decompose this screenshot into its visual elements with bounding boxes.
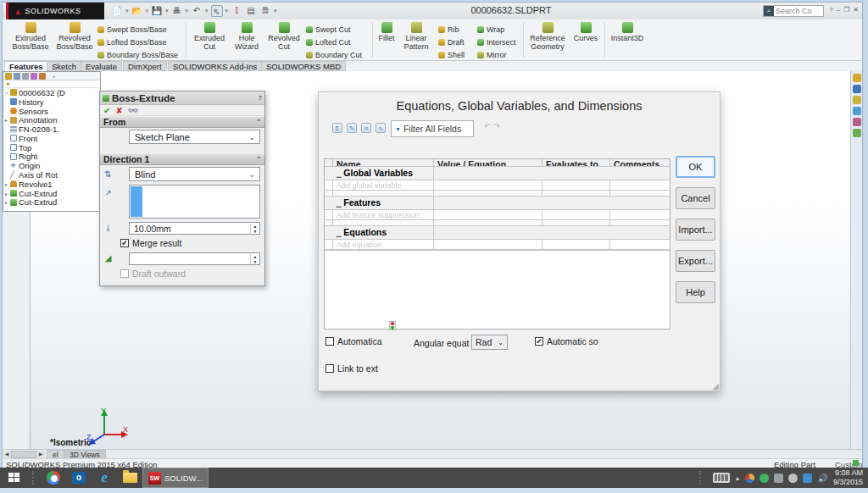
appearances-icon[interactable] bbox=[853, 118, 861, 126]
resize-grip[interactable]: ◢ bbox=[712, 381, 719, 391]
boundary-cut-button[interactable]: Boundary Cut bbox=[306, 48, 362, 61]
spinner-arrows-icon[interactable]: ▲▼ bbox=[250, 254, 259, 264]
save-icon[interactable]: 💾 bbox=[151, 5, 163, 17]
revolved-cut-button[interactable]: Revolved Cut bbox=[265, 22, 303, 51]
restore-icon[interactable]: ❐ bbox=[843, 6, 849, 14]
select-dropdown-icon[interactable]: ▾ bbox=[225, 8, 229, 14]
cancel-x-icon[interactable]: ✘ bbox=[115, 106, 122, 115]
fillet-button[interactable]: Fillet bbox=[376, 22, 398, 42]
draft-spinner[interactable]: ▲▼ bbox=[129, 252, 260, 265]
boundary-boss-base-button[interactable]: Boundary Boss/Base bbox=[97, 48, 178, 61]
panel-help-icon[interactable]: ? bbox=[259, 95, 262, 101]
start-button[interactable] bbox=[0, 468, 29, 488]
help-icon[interactable]: ? bbox=[829, 6, 832, 14]
wrap-button[interactable]: Wrap bbox=[477, 23, 516, 36]
cancel-button[interactable]: Cancel bbox=[676, 187, 715, 209]
ghost-row-add-equation[interactable]: Add equation bbox=[325, 240, 670, 250]
design-library-icon[interactable] bbox=[853, 85, 861, 93]
merge-result-checkbox[interactable]: ✔ bbox=[120, 239, 129, 247]
lofted-boss-base-button[interactable]: Lofted Boss/Base bbox=[97, 36, 178, 48]
intersect-button[interactable]: Intersect bbox=[477, 36, 516, 48]
reverse-direction-icon[interactable]: ⇅ bbox=[103, 169, 114, 180]
extruded-cut-button[interactable]: Extruded Cut bbox=[191, 22, 228, 51]
ghost-row-add-feature[interactable]: Add feature suppression bbox=[325, 210, 670, 220]
close-icon[interactable]: ✕ bbox=[853, 6, 859, 14]
column-evaluates-to[interactable]: Evaluates to bbox=[542, 159, 610, 166]
undo-dropdown-icon[interactable]: ▾ bbox=[205, 8, 209, 14]
undo-icon[interactable]: ↶ bbox=[484, 122, 491, 130]
ok-button[interactable]: OK bbox=[676, 156, 715, 178]
depth-spinner[interactable]: 10.00mm ▲▼ bbox=[129, 222, 260, 235]
new-document-icon[interactable]: 📄 bbox=[111, 5, 123, 17]
minimize-icon[interactable]: – bbox=[837, 6, 840, 14]
end-condition-dropdown[interactable]: Blind⌄ bbox=[129, 167, 260, 181]
ghost-row-add-global-variable[interactable]: Add global variable bbox=[325, 180, 670, 191]
chrome-taskbar-button[interactable] bbox=[41, 468, 66, 488]
instant3d-button[interactable]: Instant3D bbox=[608, 22, 647, 42]
configurationmanager-tab-icon[interactable] bbox=[22, 73, 29, 80]
tray-sync-icon[interactable] bbox=[760, 474, 769, 483]
tab-features[interactable]: Features bbox=[4, 61, 48, 71]
mirror-button[interactable]: Mirror bbox=[477, 48, 516, 61]
column-comments[interactable]: Comments bbox=[610, 159, 670, 166]
link-external-checkbox[interactable] bbox=[326, 364, 334, 373]
options-icon[interactable]: 🖺 bbox=[259, 5, 271, 17]
featuremanager-tab-icon[interactable] bbox=[5, 73, 12, 80]
open-dropdown-icon[interactable]: ▾ bbox=[146, 8, 149, 14]
help-button[interactable]: Help bbox=[676, 281, 715, 303]
ok-check-icon[interactable]: ✔ bbox=[103, 106, 110, 115]
draft-outward-checkbox[interactable] bbox=[120, 269, 129, 278]
select-icon[interactable]: ⇖ bbox=[211, 5, 223, 17]
tree-item-origin[interactable]: ✛Origin bbox=[3, 161, 100, 170]
section-row-global-variables[interactable]: ▁ Global Variables bbox=[325, 167, 670, 180]
tree-item-history[interactable]: History bbox=[3, 97, 100, 107]
column-value-equation[interactable]: Value / Equation bbox=[434, 159, 542, 166]
tree-item-top-plane[interactable]: Top bbox=[3, 143, 100, 152]
open-icon[interactable]: 📂 bbox=[131, 5, 143, 17]
direction-selection-box[interactable] bbox=[129, 185, 260, 219]
filter-input[interactable]: ▼ Filter All Fields bbox=[391, 120, 474, 137]
redo-icon[interactable]: ↷ bbox=[494, 122, 501, 130]
from-dropdown[interactable]: Sketch Plane⌄ bbox=[129, 130, 260, 144]
tab-sketch[interactable]: Sketch bbox=[47, 61, 81, 71]
shell-button[interactable]: Shell bbox=[438, 48, 465, 61]
tree-header-chevron-icon[interactable]: » bbox=[53, 74, 55, 79]
tree-item-annotations[interactable]: ▸Annotation bbox=[3, 115, 100, 125]
rebuild-icon[interactable]: 𝕀 bbox=[231, 5, 242, 17]
displaymanager-tab-icon[interactable] bbox=[39, 73, 46, 80]
propertymanager-tab-icon[interactable] bbox=[14, 73, 20, 80]
show-hidden-icons-icon[interactable]: ▲ bbox=[735, 475, 741, 481]
lofted-cut-button[interactable]: Lofted Cut bbox=[306, 36, 362, 48]
solidworks-resources-icon[interactable] bbox=[853, 74, 861, 82]
auto-solve-checkbox[interactable]: ✔ bbox=[535, 337, 543, 346]
horizontal-scrollbar[interactable]: ◀ ▶ bbox=[3, 451, 45, 458]
tree-item-cut-extrude1[interactable]: ▸Cut-Extrud bbox=[3, 189, 100, 198]
touch-keyboard-icon[interactable] bbox=[713, 473, 730, 483]
swept-cut-button[interactable]: Swept Cut bbox=[306, 23, 362, 36]
tab-solidworks-add-ins[interactable]: SOLIDWORKS Add-Ins bbox=[168, 61, 262, 71]
tree-item-sensors[interactable]: Sensors bbox=[3, 107, 100, 116]
auto-rebuild-checkbox[interactable] bbox=[326, 337, 334, 346]
scroll-thumb[interactable] bbox=[11, 451, 36, 458]
sketch-equation-view-icon[interactable]: ∿ bbox=[376, 123, 386, 133]
preview-glasses-icon[interactable]: 👓 bbox=[128, 106, 138, 115]
ie-taskbar-button[interactable]: e bbox=[92, 468, 117, 488]
linear-pattern-button[interactable]: Linear Pattern bbox=[399, 22, 433, 51]
volume-icon[interactable]: 🔊 bbox=[817, 474, 827, 483]
hole-wizard-button[interactable]: Hole Wizard bbox=[230, 22, 264, 51]
solidworks-taskbar-button[interactable]: SW SOLIDW... bbox=[142, 468, 209, 488]
file-properties-icon[interactable]: ▤ bbox=[245, 5, 257, 17]
angular-units-dropdown[interactable]: Rad ⌄ bbox=[471, 335, 508, 350]
tray-shield-icon[interactable] bbox=[774, 474, 783, 483]
tree-item-part[interactable]: ▿00006632 (D bbox=[3, 88, 100, 97]
search-box[interactable]: ⌕ Search Co bbox=[763, 5, 824, 17]
direction1-section-header[interactable]: Direction 1⌃ bbox=[100, 153, 264, 165]
options-dropdown-icon[interactable]: ▾ bbox=[274, 8, 277, 14]
curves-button[interactable]: Curves bbox=[570, 22, 601, 42]
tree-item-right-plane[interactable]: Right bbox=[3, 152, 100, 162]
tab-evaluate[interactable]: Evaluate bbox=[81, 61, 122, 71]
draft-button[interactable]: Draft bbox=[438, 36, 465, 48]
print-icon[interactable]: 🖶 bbox=[171, 5, 183, 17]
outlook-taskbar-button[interactable]: o bbox=[66, 468, 92, 488]
extruded-boss-base-button[interactable]: Extruded Boss/Base bbox=[9, 22, 52, 51]
